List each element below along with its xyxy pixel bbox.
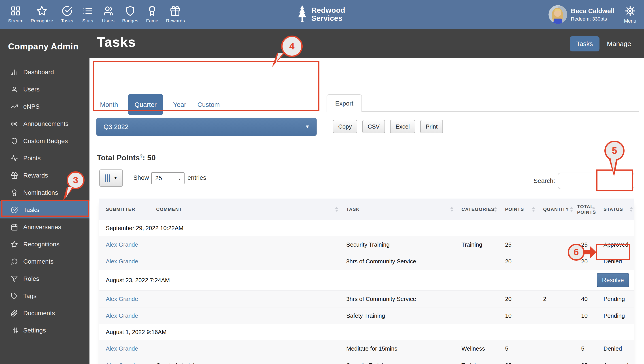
tasks-table: SUBMITTER COMMENT TASK CATEGORIES POINTS…	[99, 198, 634, 364]
sidebar-item-dashboard[interactable]: Dashboard	[0, 64, 90, 81]
sidebar-item-recognitions[interactable]: Recognitions	[0, 236, 90, 253]
tab-tasks[interactable]: Tasks	[570, 36, 599, 52]
sidebar-item-label: Rewards	[23, 172, 48, 179]
tab-export[interactable]: Export	[327, 94, 362, 112]
column-header-task[interactable]: TASK	[340, 198, 455, 220]
star-icon	[37, 6, 47, 16]
page-header: Tasks Tasks Manage	[90, 29, 644, 58]
sidebar-item-anniversaries[interactable]: Anniversaries	[0, 218, 90, 236]
period-dropdown[interactable]: Q3 2022 ▼	[96, 118, 317, 136]
topnav-label: Stats	[82, 18, 93, 24]
tab-quarter[interactable]: Quarter	[128, 94, 163, 115]
funnel-icon	[11, 275, 18, 282]
total-points-cell: 5	[574, 345, 597, 352]
topnav-users[interactable]: Users	[102, 6, 115, 24]
sidebar-item-rewards[interactable]: Rewards	[0, 167, 90, 184]
sidebar-item-label: Anniversaries	[23, 224, 61, 231]
topnav-label: Badges	[122, 18, 138, 24]
sidebar-item-users[interactable]: Users	[0, 81, 90, 98]
user-name: Beca Caldwell	[571, 8, 614, 15]
tag-icon	[11, 292, 18, 300]
sidebar-item-points[interactable]: Points	[0, 150, 90, 167]
sort-icon	[450, 207, 453, 212]
user-profile[interactable]: Beca Caldwell Redeem: 330pts	[548, 0, 614, 29]
csv-button[interactable]: CSV	[362, 120, 385, 133]
topnav-stream[interactable]: Stream	[8, 6, 24, 24]
export-buttons: Copy CSV Excel Print	[333, 120, 443, 133]
table-row: Alex Grande 3hrs of Community Service 20…	[99, 291, 634, 308]
column-header-categories[interactable]: CATEGORIES	[455, 198, 498, 220]
excel-button[interactable]: Excel	[390, 120, 415, 133]
sidebar-item-tags[interactable]: Tags	[0, 287, 90, 304]
submitter-link[interactable]: Alex Grande	[99, 362, 149, 364]
sidebar-item-settings[interactable]: Settings	[0, 322, 90, 339]
sidebar-item-label: Nominations	[23, 189, 58, 196]
copy-button[interactable]: Copy	[333, 120, 357, 133]
sidebar-item-roles[interactable]: Roles	[0, 270, 90, 287]
sidebar-item-documents[interactable]: Documents	[0, 304, 90, 322]
shield-icon	[125, 6, 136, 16]
calendar-icon	[11, 224, 18, 231]
tab-custom[interactable]: Custom	[196, 101, 221, 108]
total-points-summary: Total Points?: 50	[97, 154, 156, 162]
sidebar-item-label: eNPS	[23, 103, 40, 110]
check-circle-icon	[11, 206, 18, 214]
column-header-submitter[interactable]: SUBMITTER	[99, 198, 149, 220]
period-dropdown-value: Q3 2022	[96, 123, 305, 130]
topnav-label: Tasks	[61, 18, 73, 24]
sort-icon	[592, 207, 595, 212]
column-header-quantity[interactable]: QUANTITY	[536, 198, 574, 220]
page-length-select[interactable]: 25 ⌄	[151, 172, 185, 184]
submitter-link[interactable]: Alex Grande	[99, 258, 149, 265]
gift-icon	[170, 6, 181, 16]
comment-cell: Quarterly training	[149, 362, 340, 364]
sidebar-item-nominations[interactable]: Nominations	[0, 184, 90, 201]
submitter-link[interactable]: Alex Grande	[99, 296, 149, 302]
column-header-comment[interactable]: COMMENT	[149, 198, 340, 220]
topnav-tasks[interactable]: Tasks	[60, 6, 74, 24]
topnav-stats[interactable]: Stats	[81, 6, 94, 24]
resolve-button[interactable]: Resolve	[597, 273, 629, 287]
submitter-link[interactable]: Alex Grande	[99, 345, 149, 352]
sidebar-item-label: Users	[23, 86, 40, 93]
award-icon	[11, 189, 18, 196]
status-cell: Pending	[597, 296, 634, 302]
sidebar-item-announcements[interactable]: Announcements	[0, 115, 90, 132]
column-visibility-button[interactable]: ▼	[99, 170, 123, 187]
menu-button[interactable]: Menu	[620, 0, 640, 29]
categories-cell: Training	[455, 362, 498, 364]
avatar[interactable]	[548, 5, 567, 24]
sidebar-item-custom-badges[interactable]: Custom Badges	[0, 132, 90, 150]
topnav-label: Users	[102, 18, 115, 24]
table-row: Alex Grande Quarterly training Security …	[99, 357, 634, 364]
user-redeem-points: Redeem: 330pts	[571, 16, 614, 22]
export-tab-divider	[327, 111, 639, 112]
submitter-link[interactable]: Alex Grande	[99, 312, 149, 319]
column-header-status[interactable]: STATUS	[597, 198, 634, 220]
search-label: Search:	[533, 172, 555, 189]
print-button[interactable]: Print	[420, 120, 443, 133]
column-header-points[interactable]: POINTS	[498, 198, 536, 220]
topnav-badges[interactable]: Badges	[122, 6, 138, 24]
avatar-image	[548, 5, 567, 24]
tab-manage[interactable]: Manage	[607, 36, 631, 52]
status-cell: Approved	[597, 241, 634, 248]
topnav-fame[interactable]: Fame	[145, 6, 159, 24]
tab-month[interactable]: Month	[99, 101, 120, 108]
submitter-link[interactable]: Alex Grande	[99, 241, 149, 248]
sidebar-item-comments[interactable]: Comments	[0, 253, 90, 270]
topnav-rewards[interactable]: Rewards	[166, 6, 185, 24]
sidebar-item-enps[interactable]: eNPS	[0, 98, 90, 115]
task-cell: Meditate for 15mins	[340, 345, 455, 352]
redwood-services-logo: Redwood Services	[296, 4, 345, 24]
group-date: August 1, 2022 9:16AM	[99, 329, 634, 336]
logo-line1: Redwood	[311, 6, 345, 14]
sidebar-item-tasks[interactable]: Tasks	[0, 201, 90, 218]
bar-chart-icon	[11, 69, 18, 76]
column-header-total-points[interactable]: TOTAL POINTS	[574, 198, 597, 220]
table-row: Alex Grande 3hrs of Community Service 20…	[99, 253, 634, 270]
topnav-recognize[interactable]: Recognize	[31, 6, 53, 24]
help-superscript[interactable]: ?	[140, 154, 143, 158]
search-input[interactable]	[558, 172, 634, 189]
tab-year[interactable]: Year	[172, 101, 188, 108]
